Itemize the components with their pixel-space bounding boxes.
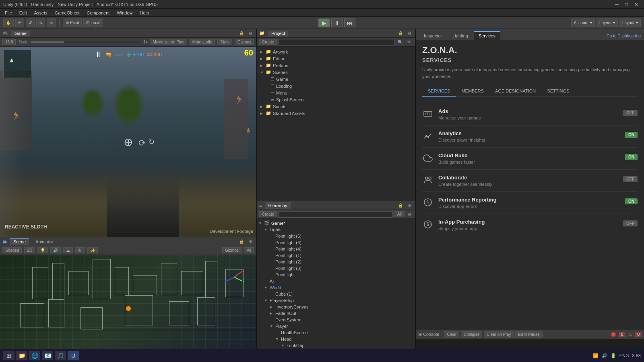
close-icon[interactable]: ✕ — [632, 2, 641, 7]
gizmos-scene-btn[interactable]: Gizmos — [222, 247, 242, 253]
iap-toggle-btn[interactable]: OFF — [623, 220, 638, 226]
scene-view[interactable]: X Y Z — [0, 255, 256, 362]
file-explorer-btn[interactable]: 📁 — [16, 351, 27, 360]
h-item-head[interactable]: ▼ Head — [257, 336, 415, 342]
hierarchy-all-btn[interactable]: All — [394, 211, 405, 217]
console-clear-play-btn[interactable]: Clear on Play — [484, 331, 514, 337]
mute-btn[interactable]: Mute audio — [190, 39, 215, 45]
unity-app-btn[interactable]: U — [68, 351, 79, 360]
project-item-loading[interactable]: ☰ Loading — [257, 82, 415, 89]
hierarchy-create-btn[interactable]: Create — [259, 211, 277, 217]
scene-lock-icon[interactable]: 🔒 — [237, 239, 246, 244]
h-item-pl4[interactable]: Point light (4) — [257, 246, 415, 252]
settings-icon[interactable]: ⚙ — [247, 31, 254, 36]
goto-dashboard-link[interactable]: Go to Dashboard □ — [607, 32, 641, 40]
collaborate-toggle-btn[interactable]: OFF — [623, 176, 638, 182]
h-item-cube1[interactable]: Cube (1) — [257, 291, 415, 297]
hierarchy-lock-icon[interactable]: 🔒 — [396, 203, 405, 208]
h-item-playersetup[interactable]: ▼ PlayerSetup — [257, 297, 415, 304]
layers-dropdown[interactable]: Layers ▾ — [597, 19, 618, 27]
2d-control[interactable]: 2D — [24, 247, 35, 253]
menu-component[interactable]: Component — [83, 10, 113, 16]
ads-toggle-btn[interactable]: OFF — [623, 110, 638, 116]
project-item-prefabs[interactable]: ▶ 📁 Prefabs — [257, 62, 415, 69]
pause-btn[interactable]: ⏸ — [331, 19, 343, 27]
h-item-lookobj[interactable]: ▼ LookObj — [257, 342, 415, 349]
project-search-input[interactable] — [279, 39, 394, 45]
project-item-editor[interactable]: ▶ 📁 Editor — [257, 55, 415, 62]
scene-skybox-icon[interactable]: ☁ — [63, 247, 73, 253]
scene-fog-icon[interactable]: 🌫 — [75, 247, 85, 253]
maximize-play-btn[interactable]: Maximize on Play — [150, 39, 187, 45]
h-item-inventorycanvas[interactable]: ▶ InventoryCanvas — [257, 304, 415, 310]
scale-tool-btn[interactable]: ⤡ — [36, 19, 45, 27]
scale-slider[interactable] — [31, 41, 140, 43]
project-item-scenes[interactable]: ▼ 📁 Scenes — [257, 69, 415, 76]
h-item-pl5[interactable]: Point light (5) — [257, 233, 415, 239]
h-item-pl2[interactable]: Point light (2) — [257, 259, 415, 265]
h-item-world[interactable]: ▼ World — [257, 284, 415, 291]
scene-audio-icon[interactable]: 🔊 — [50, 247, 61, 253]
project-item-splashscreen[interactable]: ☰ SplashScreen — [257, 96, 415, 103]
scene-light-icon[interactable]: 💡 — [37, 247, 48, 253]
hierarchy-settings-btn[interactable]: ⚙ — [406, 212, 413, 217]
shaded-control[interactable]: Shaded — [2, 247, 22, 253]
project-lock-icon[interactable]: 🔒 — [396, 31, 405, 36]
console-clear-btn[interactable]: Clear — [444, 331, 459, 337]
menu-gameobject[interactable]: GameObject — [52, 10, 83, 16]
step-btn[interactable]: ⏭ — [344, 19, 355, 27]
all-scene-btn[interactable]: All — [244, 247, 254, 253]
project-item-menu[interactable]: ☰ Menu — [257, 89, 415, 96]
analytics-toggle-btn[interactable]: ON — [625, 132, 638, 138]
project-search-icon[interactable]: 🔍 — [396, 39, 404, 45]
menu-assets[interactable]: Assets — [31, 10, 51, 16]
h-item-ai[interactable]: AI — [257, 278, 415, 284]
rotate-tool-btn[interactable]: ↺ — [26, 19, 35, 27]
project-item-standard[interactable]: ▶ 📁 Standard Assets — [257, 110, 415, 117]
minimize-icon[interactable]: ─ — [613, 2, 621, 7]
tab-lighting[interactable]: Lighting — [448, 31, 473, 40]
move-tool-btn[interactable]: ✛ — [15, 19, 24, 27]
menu-edit[interactable]: Edit — [16, 10, 30, 16]
app-btn-1[interactable]: 📧 — [42, 351, 53, 360]
menu-file[interactable]: File — [2, 10, 15, 16]
tab-project[interactable]: Project — [268, 30, 288, 37]
stats-btn[interactable]: Stats — [217, 39, 232, 45]
hierarchy-settings-icon[interactable]: ⚙ — [406, 203, 413, 208]
start-btn[interactable]: ⊞ — [3, 351, 14, 360]
tab-animator[interactable]: Animator — [32, 239, 56, 245]
s-tab-services[interactable]: SERVICES — [422, 86, 456, 97]
project-create-btn[interactable]: Create — [259, 39, 277, 45]
tab-inspector[interactable]: Inspector — [419, 31, 447, 40]
account-dropdown[interactable]: Account ▾ — [571, 19, 595, 27]
pivot-btn[interactable]: ⊕ Pivot — [63, 19, 82, 27]
tab-game[interactable]: Game — [11, 30, 30, 37]
cloudbuild-toggle-btn[interactable]: ON — [625, 154, 638, 160]
s-tab-members[interactable]: MEMBERS — [456, 86, 489, 97]
tab-hierarchy[interactable]: Hierarchy — [265, 202, 290, 209]
project-eye-icon[interactable]: 👁 — [406, 39, 413, 45]
project-settings-icon[interactable]: ⚙ — [406, 31, 413, 36]
h-item-pl1[interactable]: Point light (1) — [257, 252, 415, 259]
h-item-eventsystem[interactable]: EventSystem — [257, 317, 415, 323]
browser-btn[interactable]: 🌐 — [29, 351, 40, 360]
layout-dropdown[interactable]: Layout ▾ — [619, 19, 641, 27]
hand-tool-btn[interactable]: ✋ — [3, 19, 14, 27]
perf-toggle-btn[interactable]: ON — [625, 198, 638, 204]
rect-tool-btn[interactable]: ▭ — [47, 19, 56, 27]
local-btn[interactable]: ⊞ Local — [83, 19, 103, 27]
scene-settings-icon[interactable]: ⚙ — [247, 239, 254, 244]
console-collapse-btn[interactable]: Collapse — [461, 331, 482, 337]
aspect-control[interactable]: 16:9 — [2, 39, 16, 45]
project-item-artwork[interactable]: ▶ 📁 Artwork — [257, 48, 415, 55]
app-btn-2[interactable]: 🎵 — [55, 351, 66, 360]
scene-flare-icon[interactable]: ✨ — [87, 247, 98, 253]
menu-help[interactable]: Help — [136, 10, 152, 16]
h-item-healthsource[interactable]: HealthSource — [257, 329, 415, 336]
h-item-fadeinout[interactable]: ▶ FadeInOut — [257, 310, 415, 317]
project-item-scripts[interactable]: ▶ 📁 Scripts — [257, 103, 415, 110]
s-tab-settings[interactable]: SETTINGS — [541, 86, 575, 97]
play-btn[interactable]: ▶ — [318, 19, 330, 27]
h-item-lights[interactable]: ▼ Lights — [257, 226, 415, 233]
h-item-player[interactable]: ▼ Player — [257, 323, 415, 329]
